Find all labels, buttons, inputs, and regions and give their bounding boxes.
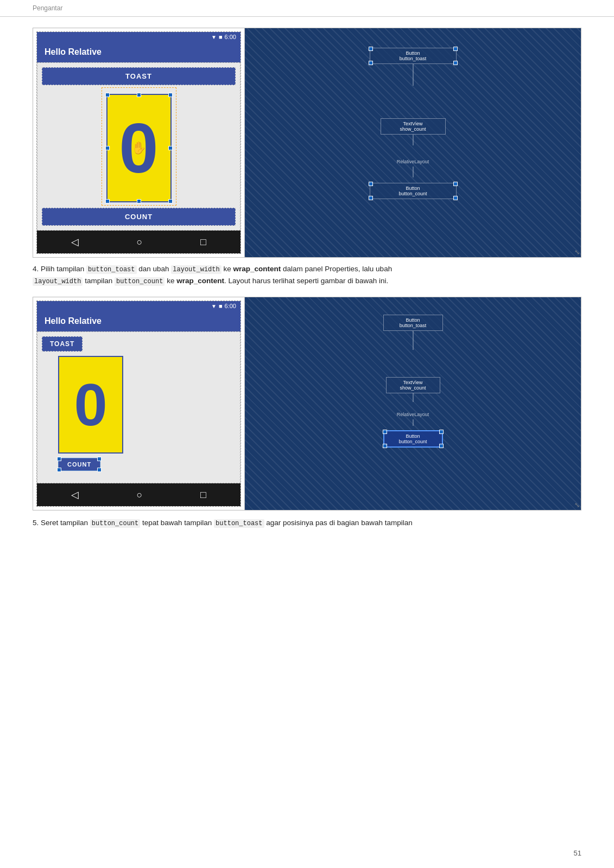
comp-toast-label: Button button_toast (375, 50, 452, 61)
comp-button-toast2: Button button_toast (383, 315, 443, 331)
page-number: 51 (574, 849, 581, 857)
page-content: ▼ ■ 6:00 Hello Relative TOAST (0, 17, 614, 540)
count-button2-container: COUNT (58, 458, 236, 471)
comp-button-toast1: Button button_toast (370, 48, 457, 64)
app-bar1: Hello Relative (37, 42, 240, 62)
toast-button2-container: TOAST (42, 336, 236, 352)
tree-line2-3 (413, 419, 414, 426)
bch-tl (369, 182, 373, 186)
handle-tm (137, 93, 141, 97)
battery-icon2: ■ (219, 303, 223, 309)
step4-instruction: 4. Pilih tampilan button_toast dan ubah … (33, 263, 581, 287)
comp-textview1: TextView show_count (381, 118, 446, 135)
cs-tr (97, 457, 102, 461)
bcs-br (439, 444, 444, 448)
status-bar1: ▼ ■ 6:00 (37, 32, 240, 42)
handle-br (168, 199, 173, 203)
big-number2: 0 (74, 375, 107, 435)
blueprint-panel1: Button button_toast TextView show_count … (245, 28, 581, 257)
app-title1: Hello Relative (45, 47, 102, 56)
handle-mr (168, 146, 173, 150)
phone-frame1: ▼ ■ 6:00 Hello Relative TOAST (36, 31, 241, 254)
bch-br (453, 196, 458, 200)
drag-cursor1: ✋ (131, 141, 146, 155)
handle-ml (105, 146, 110, 150)
ch-tr (453, 47, 458, 51)
comp-count2-wrapper: Button button_count (383, 426, 443, 448)
tree-line2 (413, 135, 414, 145)
home-nav-icon1[interactable]: ○ (137, 237, 143, 248)
number-display1: 0 ✋ (106, 94, 172, 202)
count-button1[interactable]: COUNT (42, 208, 236, 226)
comp-relative2-label: RelativeLayout (397, 412, 429, 417)
toast-button1[interactable]: TOAST (42, 67, 236, 85)
phone-content2: TOAST 0 COUNT (37, 331, 240, 483)
ch-tl (369, 47, 373, 51)
step5-instruction: 5. Seret tampilan button_count tepat baw… (33, 517, 581, 529)
comp-relative-label: RelativeLayout (397, 159, 429, 164)
toast-button2[interactable]: TOAST (42, 336, 83, 352)
status-bar2: ▼ ■ 6:00 (37, 301, 240, 311)
cs-bl (57, 468, 61, 472)
ch-br (453, 61, 458, 65)
page-header: Pengantar (0, 0, 614, 17)
comp-relativelayout2: RelativeLayout (386, 410, 440, 419)
comp-button-count1: Button button_count (370, 183, 457, 199)
screenshot1-wrapper: ▼ ■ 6:00 Hello Relative TOAST (33, 28, 581, 258)
handle-bm (137, 199, 141, 203)
nav-bar2: ◁ ○ □ (37, 483, 240, 506)
phone-left-panel2: ▼ ■ 6:00 Hello Relative TOAST (33, 297, 245, 510)
signal-icon1: ▼ (211, 34, 217, 40)
tree-line1 (413, 64, 414, 86)
phone-left-panel1: ▼ ■ 6:00 Hello Relative TOAST (33, 28, 245, 257)
bcs-tr (439, 430, 444, 434)
nav-bar1: ◁ ○ □ (37, 231, 240, 253)
bch-tr (453, 182, 458, 186)
tree-line3 (413, 167, 414, 177)
app-title2: Hello Relative (45, 316, 102, 326)
comp-toast-wrapper: Button button_toast (370, 37, 457, 64)
time1: 6:00 (225, 34, 236, 40)
handle-tl (105, 93, 110, 97)
comp-toast2-label: Button button_toast (388, 317, 438, 328)
back-nav-icon1[interactable]: ◁ (71, 236, 79, 248)
comp-count-label: Button button_count (375, 186, 452, 196)
header-title: Pengantar (33, 4, 62, 12)
comp-textview2-label: TextView show_count (391, 380, 435, 391)
blueprint-panel2: Button button_toast TextView show_count … (245, 297, 581, 510)
cs-tl (57, 457, 61, 461)
back-nav-icon2[interactable]: ◁ (71, 489, 79, 501)
handle-tr (168, 93, 173, 97)
ch-bl (369, 61, 373, 65)
bcs-tl (383, 430, 387, 434)
bch-bl (369, 196, 373, 200)
recent-nav-icon1[interactable]: □ (200, 237, 206, 248)
handle-bl (105, 199, 110, 203)
tree-line2-1 (413, 331, 414, 350)
time2: 6:00 (225, 303, 236, 309)
number-display2: 0 (58, 356, 123, 454)
comp-textview-label: TextView show_count (385, 121, 441, 132)
phone-content1: TOAST (37, 62, 240, 231)
screenshot2-wrapper: ▼ ■ 6:00 Hello Relative TOAST (33, 297, 581, 510)
comp-count-wrapper: Button button_count (370, 177, 457, 199)
comp-button-count2: Button button_count (383, 430, 443, 448)
recent-nav-icon2[interactable]: □ (200, 489, 206, 501)
bcs-bl (383, 444, 387, 448)
count-button-container1: ← COUNT (42, 208, 236, 226)
cs-br (97, 468, 102, 472)
component-tree2: Button button_toast TextView show_count … (245, 297, 581, 510)
component-tree1: Button button_toast TextView show_count … (245, 28, 581, 257)
battery-icon1: ■ (219, 34, 223, 40)
number-display-container1: 0 ✋ (104, 90, 174, 203)
tree-line2-2 (413, 393, 414, 402)
comp-textview2: TextView show_count (386, 377, 440, 393)
phone-frame2: ▼ ■ 6:00 Hello Relative TOAST (36, 301, 241, 507)
count-button2[interactable]: COUNT (58, 458, 100, 471)
comp-relativelayout1: RelativeLayout (381, 156, 446, 167)
app-bar2: Hello Relative (37, 311, 240, 331)
home-nav-icon2[interactable]: ○ (137, 489, 143, 501)
comp-count2-label: Button button_count (389, 433, 438, 444)
signal-icon2: ▼ (211, 303, 217, 309)
